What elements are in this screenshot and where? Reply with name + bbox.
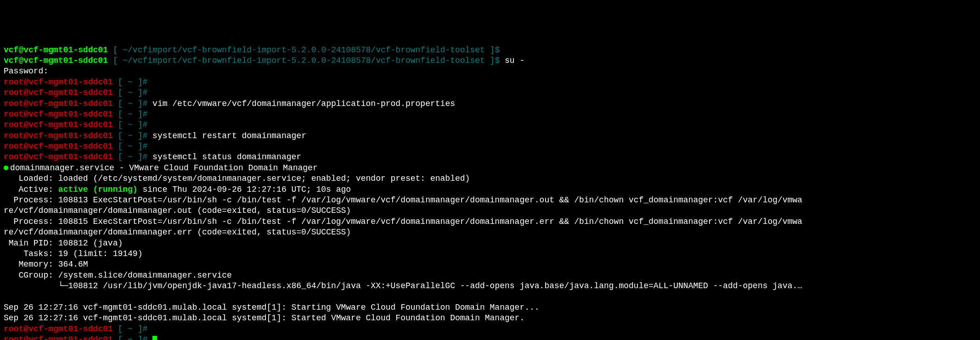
path: ~ [123,110,137,119]
bracket: [ [108,45,118,55]
service-loaded: Loaded: loaded (/etc/systemd/system/doma… [4,174,470,183]
bracket: [ [113,120,123,129]
status-dot-icon [4,166,8,170]
process-line: re/vcf/domainmanager/domainmanager.err (… [4,228,351,237]
user-host: vcf@vcf-mgmt01-sddc01 [4,56,108,65]
user-host: vcf@vcf-mgmt01-sddc01 [4,45,108,55]
main-pid: Main PID: 108812 (java) [4,239,123,248]
root-host: root@vcf-mgmt01-sddc01 [4,335,113,340]
root-host: root@vcf-mgmt01-sddc01 [4,110,113,119]
bracket-end: ]# [138,131,148,140]
log-line: Sep 26 12:27:16 vcf-mgmt01-sddc01.mulab.… [4,303,540,312]
cmd-status: systemctl status domainmanager [152,152,301,162]
bracket: [ [113,99,123,108]
log-line: Sep 26 12:27:16 vcf-mgmt01-sddc01.mulab.… [4,313,524,323]
password-prompt: Password: [4,67,48,76]
bracket-end: ]# [138,335,148,340]
tasks: Tasks: 19 (limit: 19149) [4,249,142,258]
space [147,335,152,340]
terminal-output[interactable]: vcf@vcf-mgmt01-sddc01 [ ~/vcfimport/vcf-… [4,45,976,340]
bracket: [ [113,88,123,97]
space [147,131,152,140]
bracket-end: ]# [138,324,148,334]
root-host: root@vcf-mgmt01-sddc01 [4,99,113,108]
path: ~ [123,99,137,108]
bracket: [ [113,131,123,140]
bracket: [ [113,152,123,162]
root-host: root@vcf-mgmt01-sddc01 [4,78,113,87]
bracket-end: ]# [138,88,148,97]
path: ~ [123,78,137,87]
active-state: active (running) [58,185,138,194]
memory: Memory: 364.6M [4,260,88,269]
bracket: [ [113,335,123,340]
bracket-end: ]# [138,152,148,162]
process-line: re/vcf/domainmanager/domainmanager.out (… [4,206,351,215]
space [147,152,152,162]
active-label: Active: [4,185,58,194]
bracket-end: ]# [138,110,148,119]
active-since: since Thu 2024-09-26 12:27:16 UTC; 10s a… [138,185,351,194]
path: ~ [123,324,137,334]
root-host: root@vcf-mgmt01-sddc01 [4,142,113,151]
bracket-end: ]$ [490,56,500,65]
path: ~ [123,142,137,151]
space [500,56,505,65]
cmd-vim: vim /etc/vmware/vcf/domainmanager/applic… [152,99,455,108]
process-line: Process: 108813 ExecStartPost=/usr/bin/s… [4,195,802,205]
bracket-end: ]# [138,142,148,151]
bracket-end: ]# [138,78,148,87]
bracket-end: ]$ [490,45,500,55]
java-process: 108812 /usr/lib/jvm/openjdk-java17-headl… [68,281,802,290]
bracket: [ [113,78,123,87]
bracket: [ [113,142,123,151]
path: ~ [123,152,137,162]
path: ~ [123,131,137,140]
path: ~/vcfimport/vcf-brownfield-import-5.2.0.… [118,45,490,55]
cgroup: CGroup: /system.slice/domainmanager.serv… [4,271,232,280]
cmd-su: su - [505,56,524,65]
process-line: Process: 108815 ExecStartPost=/usr/bin/s… [4,217,802,226]
root-host: root@vcf-mgmt01-sddc01 [4,131,113,140]
path: ~ [123,88,137,97]
tree-icon: └─ [4,281,68,290]
path: ~ [123,335,137,340]
root-host: root@vcf-mgmt01-sddc01 [4,88,113,97]
path: ~ [123,120,137,129]
bracket-end: ]# [138,120,148,129]
cmd-restart: systemctl restart domainmanager [152,131,306,140]
bracket: [ [108,56,118,65]
space [147,99,152,108]
bracket: [ [113,110,123,119]
path: ~/vcfimport/vcf-brownfield-import-5.2.0.… [118,56,490,65]
root-host: root@vcf-mgmt01-sddc01 [4,324,113,334]
bracket: [ [113,324,123,334]
service-name: domainmanager.service - VMware Cloud Fou… [10,163,318,173]
bracket-end: ]# [138,99,148,108]
root-host: root@vcf-mgmt01-sddc01 [4,120,113,129]
root-host: root@vcf-mgmt01-sddc01 [4,152,113,162]
cursor-icon [152,336,157,340]
